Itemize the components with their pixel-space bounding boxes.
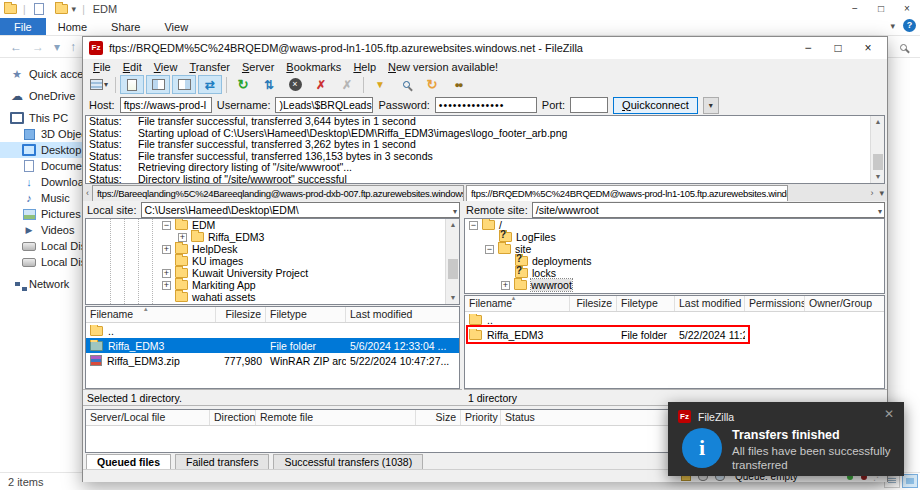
explorer-maximize-button[interactable]: □ [868,0,894,18]
menu-view[interactable]: View [148,61,184,73]
scrollbar-thumb[interactable] [873,154,883,170]
sidebar-item-local-disk-d[interactable]: Local Disk (D: [0,254,82,270]
sidebar-item-onedrive[interactable]: OneDrive [0,88,82,104]
menu-help[interactable]: Help [347,61,382,73]
explorer-tab-file[interactable]: File [0,18,46,35]
customize-toolbar-chevron-icon[interactable]: ▾ [72,4,77,14]
host-input[interactable]: ftps://waws-prod-l [120,97,212,113]
explorer-close-button[interactable]: × [894,0,920,18]
filezilla-close-button[interactable]: × [853,37,883,59]
sidebar-item-documents[interactable]: Documents [0,158,82,174]
remote-file-row-riffa-edm3[interactable]: Riffa_EDM3 File folder 5/22/2024 11:2... [465,327,884,342]
filezilla-maximize-button[interactable]: □ [823,37,853,59]
sidebar-item-desktop[interactable]: Desktop [0,142,82,158]
remote-tree-item-deployments[interactable]: ?deployments [465,255,884,267]
remote-tree-item-root[interactable]: / [465,219,884,231]
column-header-permissions[interactable]: Permissions [745,296,805,311]
column-header-filesize[interactable]: Filesize [570,296,617,311]
cancel-operation-button[interactable]: × [283,75,307,94]
scroll-up-icon[interactable]: ▲ [871,116,885,128]
tab-successful-transfers[interactable]: Successful transfers (1038) [273,454,423,470]
scroll-down-icon[interactable]: ▼ [871,171,885,183]
message-log[interactable]: Status:File transfer successful, transfe… [85,115,885,184]
directory-comparison-button[interactable] [394,75,418,94]
sidebar-item-videos[interactable]: Videos [0,222,82,238]
column-header-last-modified[interactable]: Last modified [675,296,745,311]
local-tree-item-riffa-edm3[interactable]: Riffa_EDM3 [86,231,459,243]
tab-scroll-left-icon[interactable]: ‹ [83,188,92,198]
menu-transfer[interactable]: Transfer [183,61,236,73]
tab-failed-transfers[interactable]: Failed transfers [175,454,269,470]
menu-server[interactable]: Server [236,61,280,73]
scroll-up-icon[interactable]: ▲ [446,219,460,231]
collapse-icon[interactable] [162,221,171,230]
explorer-minimize-button[interactable]: − [842,0,868,18]
port-input[interactable] [570,97,608,113]
toast-notification[interactable]: Fz FileZilla ✕ i Transfers finished All … [668,402,904,476]
expand-icon[interactable] [162,269,171,278]
sidebar-item-downloads[interactable]: Downloads [0,174,82,190]
filezilla-minimize-button[interactable]: − [793,37,823,59]
filezilla-titlebar[interactable]: Fz ftps://BRQEDM%5C%24BRQEDM@waws-prod-l… [83,37,887,59]
sidebar-item-music[interactable]: Music [0,190,82,206]
column-header-filename[interactable]: ▴Filename [465,296,570,311]
local-tree-scrollbar[interactable]: ▲▼ [445,219,459,304]
find-files-button[interactable]: ●● [446,75,470,94]
back-arrow-icon[interactable]: ← [10,40,22,54]
disconnect-button[interactable]: ✗ [309,75,333,94]
refresh-button[interactable]: ↻ [231,75,255,94]
forward-arrow-icon[interactable]: → [32,40,44,54]
filter-button[interactable]: ▼ [368,75,392,94]
expand-icon[interactable] [501,281,510,290]
remote-file-row-parent[interactable]: .. [465,312,884,327]
explorer-search-box[interactable] [890,39,916,55]
sidebar-item-pictures[interactable]: Pictures [0,206,82,222]
process-queue-button[interactable]: ⇅ [257,75,281,94]
explorer-tab-share[interactable]: Share [99,18,152,35]
menu-bookmarks[interactable]: Bookmarks [280,61,347,73]
local-site-combobox[interactable]: C:\Users\Hameed\Desktop\EDM\▾ [141,202,460,218]
column-header-direction[interactable]: Direction [210,410,256,425]
sidebar-item-this-pc[interactable]: This PC [0,110,82,126]
local-tree-item-kuwait-university-project[interactable]: Kuwait University Project [86,267,459,279]
scroll-down-icon[interactable]: ▼ [446,292,460,304]
local-file-row-parent[interactable]: .. [86,323,459,338]
expand-icon[interactable] [178,233,187,242]
toggle-queue-button[interactable]: ⇄ [198,75,222,94]
local-file-row-riffa-edm3[interactable]: Riffa_EDM3 File folder 5/6/2024 12:33:04… [86,338,459,353]
menu-edit[interactable]: Edit [117,61,148,73]
toast-close-icon[interactable]: ✕ [884,407,894,421]
recent-locations-chevron-icon[interactable]: ▾ [54,40,60,54]
sidebar-item-3d-objects[interactable]: 3D Objects [0,126,82,142]
connection-tab-2[interactable]: ftps://BRQEDM%5C%24BRQEDM@waws-prod-ln1-… [466,185,788,201]
collapse-icon[interactable] [469,221,478,230]
expand-icon[interactable] [162,281,171,290]
toggle-message-log-button[interactable] [120,75,144,94]
column-header-filename[interactable]: ▴Filename [86,307,216,322]
help-icon[interactable]: ? [903,19,916,32]
new-folder-icon[interactable] [55,4,68,14]
local-tree-item-ku-images[interactable]: KU images [86,255,459,267]
reconnect-button[interactable]: ✗ [335,75,359,94]
column-header-filetype[interactable]: Filetype [617,296,675,311]
scrollbar-thumb[interactable] [448,259,458,279]
quickconnect-button[interactable]: Quickconnect [613,97,698,114]
menu-new-version[interactable]: New version available! [382,61,504,73]
explorer-tab-home[interactable]: Home [46,18,99,35]
remote-site-combobox[interactable]: /site/wwwroot▾ [532,202,885,218]
synchronized-browsing-button[interactable]: ↻ [420,75,444,94]
remote-tree-item-locks[interactable]: ?locks [465,267,884,279]
sidebar-item-network[interactable]: Network [0,276,82,292]
password-input[interactable]: •••••••••••••• [435,97,537,113]
collapse-ribbon-chevron-icon[interactable]: ▾ [890,21,895,31]
quickconnect-dropdown-button[interactable]: ▾ [703,97,719,114]
remote-tree-item-wwwroot[interactable]: wwwroot [465,279,884,291]
local-tree-item-markiting-app[interactable]: Markiting App [86,279,459,291]
tab-list-chevron-icon[interactable]: ▾ [876,188,887,198]
column-header-filesize[interactable]: Filesize [216,307,266,322]
column-header-size[interactable]: Size [416,410,461,425]
remote-tree-item-logfiles[interactable]: ?LogFiles [465,231,884,243]
local-tree-item-helpdesk[interactable]: HelpDesk [86,243,459,255]
local-file-list[interactable]: ▴Filename Filesize Filetype Last modifie… [85,306,460,389]
tab-queued-files[interactable]: Queued files [86,454,171,470]
